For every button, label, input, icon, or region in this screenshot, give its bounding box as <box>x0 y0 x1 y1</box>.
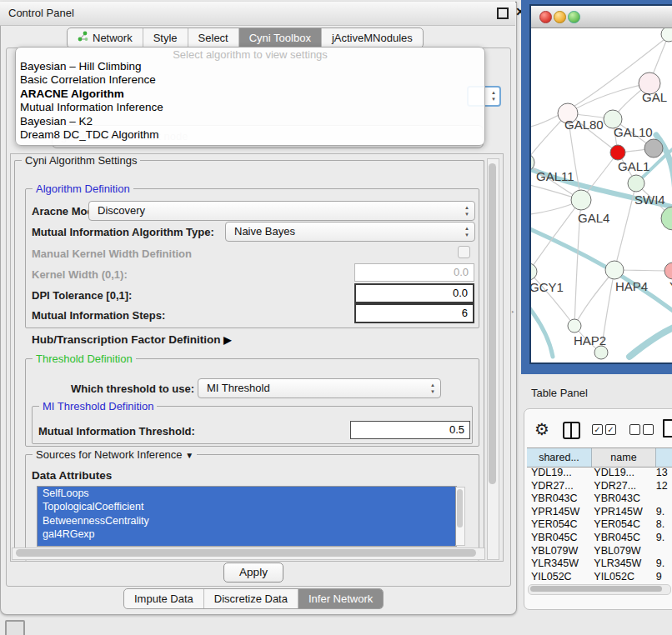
data-attribute-item[interactable]: SelfLoops <box>38 487 456 500</box>
algorithm-option[interactable]: Dream8 DC_TDC Algorithm <box>20 128 480 142</box>
network-node-12[interactable] <box>664 262 672 279</box>
minimize-traffic-light-icon[interactable] <box>554 11 566 23</box>
minimized-panel-icon[interactable] <box>5 620 25 635</box>
network-node-8[interactable] <box>571 190 591 210</box>
tab-select[interactable]: Select <box>188 28 239 48</box>
data-attribute-item[interactable]: BetweennessCentrality <box>38 514 456 528</box>
combo-stepper-icon: ▲▼ <box>464 204 469 218</box>
table-cell: YIL052C <box>527 571 589 584</box>
table-row[interactable]: YIL052CYIL052C9 <box>527 571 672 584</box>
checked-checkbox-icon[interactable]: ✓ <box>592 424 603 435</box>
sources-title[interactable]: Sources for Network Inference ▼ <box>33 448 197 461</box>
unchecked-checkbox-icon[interactable] <box>643 424 654 435</box>
table-horizontal-scrollbar[interactable] <box>528 584 671 595</box>
chevron-down-icon[interactable]: ▼ <box>185 451 193 460</box>
tab-network[interactable]: Network <box>68 28 143 48</box>
table-row[interactable]: YDL19...YDL19...13 <box>527 467 672 480</box>
chevron-right-icon[interactable]: ▶ <box>223 334 231 346</box>
algorithm-option[interactable]: Bayesian – K2 <box>20 115 480 128</box>
aracne-mode-combobox[interactable]: Discovery ▲▼ <box>88 201 475 221</box>
table-cell: YDR27... <box>589 480 651 493</box>
apply-button[interactable]: Apply <box>223 562 283 582</box>
algorithm-dropdown-overlay: Select algorithm to view settings Bayesi… <box>15 47 485 146</box>
algorithm-option[interactable]: Mutual Information Inference <box>20 101 480 114</box>
network-edge[interactable] <box>531 200 581 272</box>
data-attribute-item[interactable]: gal4RGexp <box>38 528 456 541</box>
mi-threshold-definition-title: MI Threshold Definition <box>39 400 157 412</box>
table-row[interactable]: YDR27...YDR27...12 <box>527 480 672 493</box>
network-node-0[interactable] <box>661 28 672 42</box>
data-attributes-list[interactable]: SelfLoopsTopologicalCoefficientBetweenne… <box>37 486 457 547</box>
network-edge-strong[interactable] <box>531 227 672 316</box>
settings-vertical-scrollbar[interactable] <box>487 158 499 560</box>
control-panel-titlebar[interactable] <box>0 2 515 26</box>
tab-infer-network[interactable]: Infer Network <box>298 589 383 608</box>
which-threshold-combobox[interactable]: MI Threshold ▲▼ <box>198 378 441 398</box>
network-node-10[interactable] <box>531 263 537 280</box>
hub-definition-label[interactable]: Hub/Transcription Factor Definition ▶ <box>32 333 232 346</box>
mutual-information-steps-field[interactable]: 6 <box>354 303 474 323</box>
manual-kernel-width-checkbox[interactable] <box>458 246 470 258</box>
threshold-definition-title: Threshold Definition <box>33 352 136 365</box>
network-edge[interactable] <box>574 270 614 326</box>
tab-cyni-toolbox-label: Cyni Toolbox <box>249 28 311 48</box>
zoom-traffic-light-icon[interactable] <box>568 11 580 23</box>
float-window-icon[interactable] <box>497 8 509 19</box>
column-header-name[interactable]: name <box>592 448 656 467</box>
tab-jactivemnodules[interactable]: jActiveMNodules <box>322 28 423 48</box>
data-attributes-scrollbar[interactable] <box>455 487 465 546</box>
kernel-width-field[interactable]: 0.0 <box>354 263 474 282</box>
column-header-shared[interactable]: shared... <box>527 448 592 467</box>
network-window-titlebar[interactable] <box>531 6 672 28</box>
checked-checkbox-icon[interactable]: ✓ <box>605 424 616 435</box>
table-cell: 12 <box>652 480 672 493</box>
tab-cyni-toolbox[interactable]: Cyni Toolbox <box>239 28 322 48</box>
data-attribute-item[interactable]: TopologicalCoefficient <box>38 500 456 513</box>
network-node-5[interactable] <box>644 139 663 158</box>
gear-icon[interactable]: ⚙ <box>534 419 549 439</box>
unchecked-checkbox-icon[interactable] <box>629 424 640 435</box>
splitter-handle[interactable]: ‣ <box>511 309 515 315</box>
dpi-tolerance-field[interactable]: 0.0 <box>354 283 474 303</box>
table-cell: YDL19... <box>589 467 651 480</box>
network-node-14[interactable] <box>594 346 608 359</box>
table-panel-title: Table Panel <box>531 387 588 399</box>
close-traffic-light-icon[interactable] <box>539 11 552 23</box>
table-row[interactable]: YER054CYER054C8. <box>527 518 672 532</box>
network-node-4[interactable] <box>610 145 625 160</box>
table-cell: YBL079W <box>589 545 651 558</box>
network-edge[interactable] <box>568 83 649 113</box>
tab-discretize-data[interactable]: Discretize Data <box>204 589 298 608</box>
table-body: YDL19...YDL19...13YDR27...YDR27...12YBR0… <box>527 467 672 583</box>
algorithm-option[interactable]: Basic Correlation Inference <box>20 73 480 87</box>
tab-style[interactable]: Style <box>143 28 188 48</box>
network-node-11[interactable] <box>605 261 624 279</box>
table-cell: YDR27... <box>527 480 589 493</box>
mi-algorithm-type-combobox[interactable]: Naive Bayes ▲▼ <box>225 222 475 242</box>
network-node-7[interactable] <box>628 175 644 192</box>
network-edge-strong[interactable] <box>629 325 672 357</box>
network-canvas[interactable]: GALGAL80GAL10GAL1GAL11SWI4GAL4GCY1HAP4YH… <box>531 28 672 361</box>
table-row[interactable]: YBR043CYBR043C <box>527 492 672 506</box>
network-edge-strong[interactable] <box>531 302 553 357</box>
tab-impute-data[interactable]: Impute Data <box>124 589 204 608</box>
mi-threshold-field[interactable]: 0.5 <box>350 421 470 439</box>
algorithm-option[interactable]: ARACNE Algorithm <box>20 88 480 101</box>
table-row[interactable]: YBR045CYBR045C9. <box>527 532 672 545</box>
mi-algorithm-type-label: Mutual Information Algorithm Type: <box>32 226 214 238</box>
column-header-partial[interactable] <box>656 448 672 467</box>
table-row[interactable]: YLR345WYLR345W9. <box>527 558 672 571</box>
settings-horizontal-scrollbar[interactable] <box>12 548 485 560</box>
network-node-label: GAL <box>642 90 667 104</box>
table-cell: YER054C <box>527 518 589 532</box>
combo-stepper-icon: ▲▼ <box>430 382 435 395</box>
document-icon[interactable] <box>663 419 672 438</box>
control-panel-tabbar: Network Style Select Cyni Toolbox jActiv… <box>67 28 424 48</box>
network-node-13[interactable] <box>568 319 581 332</box>
table-cell: YLR345W <box>589 558 651 571</box>
table-row[interactable]: YPR145WYPR145W9. <box>527 506 672 519</box>
algorithm-option[interactable]: Bayesian – Hill Climbing <box>20 60 480 73</box>
split-columns-icon[interactable] <box>563 422 580 439</box>
table-row[interactable]: YBL079WYBL079W <box>527 545 672 558</box>
network-node-9[interactable] <box>661 207 672 230</box>
